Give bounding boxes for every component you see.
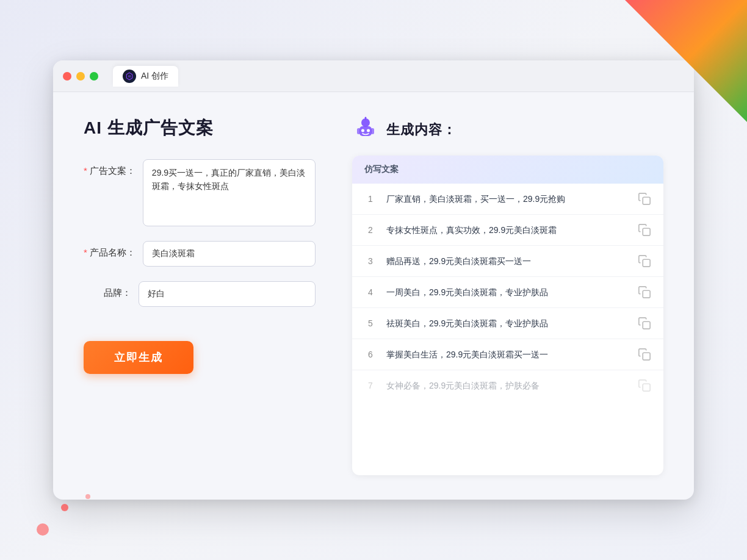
copy-icon[interactable] (638, 223, 651, 237)
row-text: 祛斑美白，29.9元美白淡斑霜，专业护肤品 (386, 317, 628, 330)
svg-point-7 (367, 129, 370, 132)
svg-rect-11 (643, 228, 650, 235)
svg-rect-14 (643, 321, 650, 329)
table-header: 仿写文案 (352, 156, 663, 184)
row-number: 6 (364, 350, 377, 359)
row-number: 7 (364, 381, 377, 390)
table-row: 6掌握美白生活，29.9元美白淡斑霜买一送一 (352, 339, 663, 370)
product-name-required: * (84, 247, 87, 257)
right-panel: 生成内容： 仿写文案 1厂家直销，美白淡斑霜，买一送一，29.9元抢购 2专抹女… (352, 117, 663, 475)
product-name-input[interactable] (143, 241, 316, 267)
table-row: 2专抹女性斑点，真实功效，29.9元美白淡斑霜 (352, 215, 663, 246)
ai-tab-icon: AI (123, 70, 136, 83)
robot-icon (352, 117, 379, 143)
brand-group: 品牌： (84, 281, 316, 307)
traffic-lights (63, 72, 98, 81)
table-row: 7女神必备，29.9元美白淡斑霜，护肤必备 (352, 370, 663, 401)
ad-copy-label: *广告文案： (84, 159, 143, 177)
row-number: 4 (364, 287, 377, 297)
row-text: 专抹女性斑点，真实功效，29.9元美白淡斑霜 (386, 224, 628, 237)
svg-rect-16 (643, 384, 650, 391)
svg-point-6 (361, 129, 364, 132)
ad-copy-group: *广告文案： (84, 159, 316, 226)
product-name-group: *产品名称： (84, 241, 316, 267)
table-row: 1厂家直销，美白淡斑霜，买一送一，29.9元抢购 (352, 184, 663, 215)
table-row: 3赠品再送，29.9元美白淡斑霜买一送一 (352, 246, 663, 277)
copy-icon[interactable] (638, 254, 651, 268)
row-text: 厂家直销，美白淡斑霜，买一送一，29.9元抢购 (386, 193, 628, 206)
product-name-label: *产品名称： (84, 241, 143, 259)
decorative-dot-2 (85, 494, 90, 499)
maximize-button[interactable] (90, 72, 98, 81)
copy-icon[interactable] (638, 285, 651, 299)
svg-rect-12 (643, 259, 650, 267)
table-row: 5祛斑美白，29.9元美白淡斑霜，专业护肤品 (352, 308, 663, 339)
row-text: 女神必备，29.9元美白淡斑霜，护肤必备 (386, 379, 628, 392)
row-text: 赠品再送，29.9元美白淡斑霜买一送一 (386, 255, 628, 268)
table-row: 4一周美白，29.9元美白淡斑霜，专业护肤品 (352, 277, 663, 308)
row-number: 5 (364, 318, 377, 328)
decorative-dot-1 (61, 504, 68, 511)
left-panel: AI 生成广告文案 *广告文案： *产品名称： 品牌： 立 (84, 117, 316, 475)
brand-input[interactable] (139, 281, 316, 307)
ad-copy-input[interactable] (143, 159, 316, 226)
copy-icon[interactable] (638, 379, 651, 392)
svg-rect-5 (371, 128, 374, 134)
ad-copy-required: * (84, 165, 87, 176)
minimize-button[interactable] (76, 72, 85, 81)
row-text: 一周美白，29.9元美白淡斑霜，专业护肤品 (386, 286, 628, 299)
row-number: 1 (364, 194, 377, 204)
results-rows: 1厂家直销，美白淡斑霜，买一送一，29.9元抢购 2专抹女性斑点，真实功效，29… (352, 184, 663, 401)
copy-icon[interactable] (638, 192, 651, 206)
copy-icon[interactable] (638, 317, 651, 330)
row-number: 2 (364, 225, 377, 235)
close-button[interactable] (63, 72, 71, 81)
results-title: 生成内容： (386, 121, 457, 139)
content-area: AI 生成广告文案 *广告文案： *产品名称： 品牌： 立 (53, 92, 694, 500)
page-title: AI 生成广告文案 (84, 117, 316, 140)
copy-icon[interactable] (638, 348, 651, 361)
svg-point-9 (365, 117, 367, 119)
generate-button[interactable]: 立即生成 (84, 341, 193, 374)
row-text: 掌握美白生活，29.9元美白淡斑霜买一送一 (386, 348, 628, 361)
results-header: 生成内容： (352, 117, 663, 143)
svg-rect-13 (643, 290, 650, 298)
svg-text:AI: AI (128, 75, 131, 78)
svg-rect-10 (643, 197, 650, 204)
svg-rect-4 (357, 128, 360, 134)
brand-label: 品牌： (84, 281, 139, 299)
browser-window: AI AI 创作 AI 生成广告文案 *广告文案： *产品名称： (53, 60, 694, 500)
row-number: 3 (364, 256, 377, 266)
active-tab[interactable]: AI AI 创作 (113, 66, 178, 87)
svg-rect-15 (643, 353, 650, 360)
results-table: 仿写文案 1厂家直销，美白淡斑霜，买一送一，29.9元抢购 2专抹女性斑点，真实… (352, 156, 663, 475)
title-bar: AI AI 创作 (53, 60, 694, 92)
tab-label: AI 创作 (141, 71, 168, 82)
